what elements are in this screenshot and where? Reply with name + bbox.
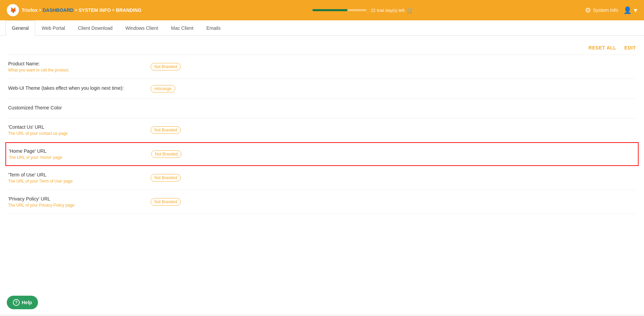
termofuse-url-badge: Not Branded <box>151 174 181 182</box>
termofuse-url-sublabel: The URL of your 'Term of Use' page <box>8 179 151 184</box>
header-center: 22 trial day(s) left. 🛒 <box>141 7 585 14</box>
product-name-label-group: Product Name: What you want to call the … <box>8 61 151 72</box>
privacy-url-sublabel: The URL of your Privacy Policy page <box>8 203 151 208</box>
tab-emails[interactable]: Emails <box>200 20 227 36</box>
homepage-url-label: 'Home Page' URL <box>9 148 151 154</box>
tab-client-download[interactable]: Client Download <box>72 20 119 36</box>
theme-color-row: Customized Theme Color <box>8 99 636 118</box>
user-icon[interactable]: 👤 ▾ <box>623 6 637 14</box>
termofuse-url-row: 'Term of Use' URL The URL of your 'Term … <box>8 166 636 190</box>
breadcrumb-sysinfo[interactable]: SYSTEM INFO <box>79 7 111 13</box>
tab-windows-client[interactable]: Windows Client <box>119 20 164 36</box>
product-name-badge: Not Branded <box>151 63 181 70</box>
webui-theme-label-group: Web-UI Theme (takes effect when you logi… <box>8 85 151 92</box>
cart-icon[interactable]: 🛒 <box>407 7 414 14</box>
homepage-url-label-group: 'Home Page' URL The URL of your 'Home' p… <box>9 148 151 160</box>
webui-theme-row: Web-UI Theme (takes effect when you logi… <box>8 79 636 99</box>
action-bar: RESET ALL EDIT <box>8 41 636 55</box>
homepage-url-sublabel: The URL of your 'Home' page <box>9 155 151 160</box>
help-label: Help <box>22 300 32 305</box>
tab-mac-client[interactable]: Mac Client <box>164 20 200 36</box>
breadcrumb-sep2: > <box>75 8 77 13</box>
main-content: RESET ALL EDIT Product Name: What you wa… <box>0 36 644 314</box>
breadcrumb: Triofox > DASHBOARD > SYSTEM INFO > BRAN… <box>22 7 141 13</box>
breadcrumb-sep3: > <box>112 8 115 13</box>
help-button[interactable]: ? Help <box>7 296 38 309</box>
theme-color-label-group: Customized Theme Color <box>8 105 151 112</box>
header-right: ⚙ System Info 👤 ▾ <box>585 6 637 14</box>
trial-days-label: 22 trial day(s) left. <box>371 8 406 13</box>
tab-general[interactable]: General <box>5 20 35 36</box>
contact-url-badge: Not Branded <box>151 126 181 134</box>
breadcrumb-branding[interactable]: BRANDING <box>116 7 141 13</box>
reset-all-button[interactable]: RESET ALL <box>588 45 616 50</box>
termofuse-url-label: 'Term of Use' URL <box>8 172 151 177</box>
product-name-label: Product Name: <box>8 61 151 66</box>
trial-progress-bar <box>312 9 367 11</box>
webui-theme-label: Web-UI Theme (takes effect when you logi… <box>8 85 151 91</box>
contact-url-label: 'Contact Us' URL <box>8 124 151 130</box>
help-circle-icon: ? <box>13 299 20 306</box>
breadcrumb-sep1: > <box>39 8 41 13</box>
system-info-label: System Info <box>593 7 618 13</box>
svg-text:🦊: 🦊 <box>10 7 17 14</box>
termofuse-url-label-group: 'Term of Use' URL The URL of your 'Term … <box>8 172 151 184</box>
homepage-url-badge: Not Branded <box>151 150 181 158</box>
gear-icon: ⚙ <box>585 6 591 14</box>
edit-button[interactable]: EDIT <box>624 45 636 50</box>
system-info-button[interactable]: ⚙ System Info <box>585 6 618 14</box>
trial-progress-fill <box>312 9 348 11</box>
product-name-row: Product Name: What you want to call the … <box>8 55 636 79</box>
header-left: 🦊 Triofox > DASHBOARD > SYSTEM INFO > BR… <box>7 4 141 16</box>
contact-url-label-group: 'Contact Us' URL The URL of your contact… <box>8 124 151 136</box>
contact-url-sublabel: The URL of your contact us page <box>8 131 151 136</box>
theme-color-label: Customized Theme Color <box>8 105 151 110</box>
trial-text: 22 trial day(s) left. 🛒 <box>371 7 414 14</box>
header: 🦊 Triofox > DASHBOARD > SYSTEM INFO > BR… <box>0 0 644 20</box>
tabs-bar: General Web Portal Client Download Windo… <box>0 20 644 36</box>
breadcrumb-dashboard[interactable]: DASHBOARD <box>43 7 74 13</box>
tab-web-portal[interactable]: Web Portal <box>35 20 72 36</box>
privacy-url-label-group: 'Privacy Policy' URL The URL of your Pri… <box>8 196 151 208</box>
homepage-url-row: 'Home Page' URL The URL of your 'Home' p… <box>5 142 639 166</box>
privacy-url-label: 'Privacy Policy' URL <box>8 196 151 202</box>
logo-icon: 🦊 <box>7 4 19 16</box>
contact-url-row: 'Contact Us' URL The URL of your contact… <box>8 118 636 142</box>
breadcrumb-triofox: Triofox <box>22 7 38 13</box>
product-name-sublabel: What you want to call the product. <box>8 68 151 72</box>
privacy-url-badge: Not Branded <box>151 198 181 206</box>
privacy-url-row: 'Privacy Policy' URL The URL of your Pri… <box>8 190 636 214</box>
webui-theme-badge: mtorange <box>151 85 175 92</box>
